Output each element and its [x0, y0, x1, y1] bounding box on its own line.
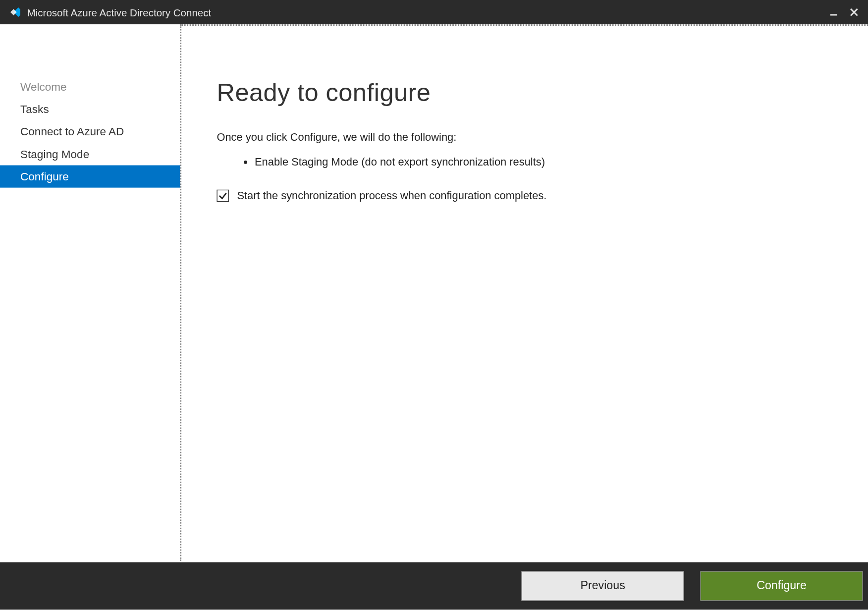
- start-sync-checkbox[interactable]: [217, 190, 229, 202]
- nav-item-connect-azure-ad[interactable]: Connect to Azure AD: [0, 120, 180, 143]
- titlebar: Microsoft Azure Active Directory Connect: [0, 0, 868, 24]
- svg-rect-2: [830, 14, 837, 16]
- start-sync-checkbox-label: Start the synchronization process when c…: [237, 190, 546, 202]
- intro-text: Once you click Configure, we will do the…: [217, 131, 827, 144]
- action-item: Enable Staging Mode (do not export synch…: [255, 153, 827, 171]
- wizard-footer: Previous Configure: [0, 562, 868, 610]
- azure-ad-connect-icon: [7, 5, 20, 19]
- configure-button[interactable]: Configure: [700, 571, 863, 601]
- page-heading: Ready to configure: [217, 79, 827, 107]
- nav-item-welcome[interactable]: Welcome: [0, 76, 180, 98]
- main-panel: Ready to configure Once you click Config…: [181, 24, 868, 562]
- nav-item-staging-mode[interactable]: Staging Mode: [0, 143, 180, 165]
- wizard-nav: Welcome Tasks Connect to Azure AD Stagin…: [0, 24, 181, 561]
- action-list: Enable Staging Mode (do not export synch…: [217, 153, 827, 171]
- nav-item-configure[interactable]: Configure: [0, 166, 180, 188]
- app-title: Microsoft Azure Active Directory Connect: [27, 6, 824, 18]
- nav-item-tasks[interactable]: Tasks: [0, 98, 180, 120]
- start-sync-checkbox-row: Start the synchronization process when c…: [217, 190, 827, 202]
- minimize-button[interactable]: [823, 2, 844, 22]
- close-button[interactable]: [844, 2, 864, 22]
- previous-button[interactable]: Previous: [522, 571, 684, 601]
